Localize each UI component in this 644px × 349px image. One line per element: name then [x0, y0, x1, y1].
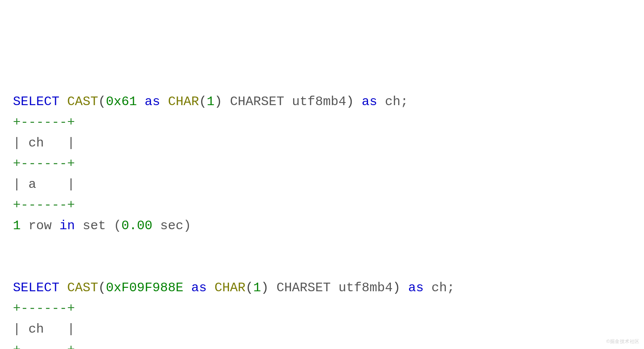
keyword-select: SELECT [13, 280, 59, 295]
table-border: +------+ [13, 198, 75, 212]
paren-open-2: ( [245, 280, 253, 295]
table-border: +------+ [13, 115, 75, 130]
keyword-cast: CAST [67, 94, 98, 109]
keyword-char: CHAR [168, 94, 199, 109]
charset-clause: CHARSET utf8mb4 [222, 94, 346, 109]
table-header: | ch | [13, 322, 75, 337]
paren-open: ( [98, 94, 106, 109]
paren-open: ( [98, 280, 106, 295]
keyword-cast: CAST [67, 280, 98, 295]
keyword-char: CHAR [214, 280, 245, 295]
table-row: | a | [13, 177, 75, 192]
status-text: sec) [152, 218, 191, 233]
keyword-as: as [191, 280, 207, 295]
watermark: ©掘金技术社区 [606, 338, 640, 346]
alias: ch; [377, 94, 408, 109]
char-length: 1 [207, 94, 214, 109]
table-header: | ch | [13, 136, 75, 150]
char-length: 1 [253, 280, 261, 295]
hex-literal: 0x61 [106, 94, 137, 109]
elapsed-time: 0.00 [121, 218, 152, 233]
paren-open-2: ( [199, 94, 207, 109]
paren-close-2: ) [261, 280, 269, 295]
paren-close-2: ) [214, 94, 222, 109]
paren-close: ) [346, 94, 354, 109]
charset-clause: CHARSET utf8mb4 [269, 280, 393, 295]
table-border: +------+ [13, 343, 75, 349]
keyword-as-2: as [408, 280, 424, 295]
sql-block-1: SELECT CAST(0x61 as CHAR(1) CHARSET utf8… [13, 91, 631, 349]
keyword-select: SELECT [13, 94, 59, 109]
keyword-as-2: as [362, 94, 377, 109]
keyword-in: in [59, 218, 75, 233]
row-count: 1 [13, 218, 21, 233]
hex-literal: 0xF09F988E [106, 280, 183, 295]
paren-close: ) [393, 280, 400, 295]
table-border: +------+ [13, 156, 75, 171]
keyword-as: as [145, 94, 160, 109]
status-text: set ( [75, 218, 121, 233]
table-border: +------+ [13, 301, 75, 316]
alias: ch; [424, 280, 455, 295]
status-text: row [21, 218, 59, 233]
